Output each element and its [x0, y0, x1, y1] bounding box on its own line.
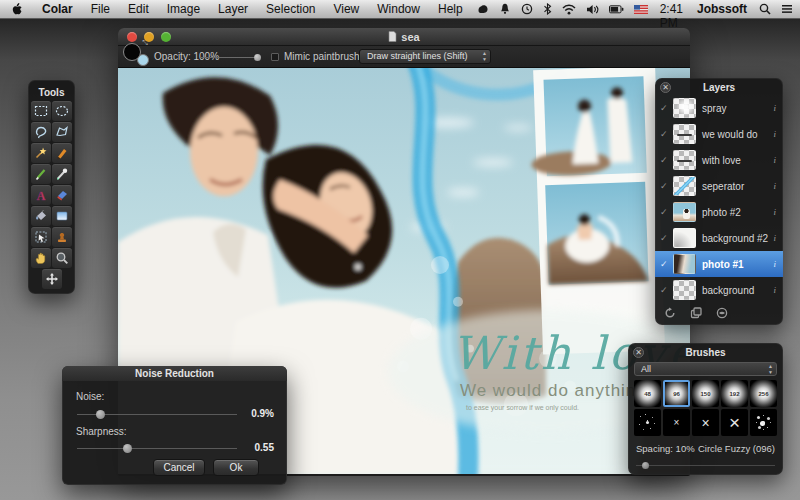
opacity-slider-knob[interactable]	[254, 54, 261, 61]
battery-icon[interactable]	[609, 5, 624, 14]
menu-item-file[interactable]: File	[82, 0, 119, 19]
layer-info-icon[interactable]: i	[773, 155, 776, 165]
brush-cross-large[interactable]: ×	[721, 409, 748, 436]
tool-elliptical-select[interactable]	[52, 101, 72, 121]
layers-close-icon[interactable]: ✕	[660, 82, 671, 93]
bluetooth-icon[interactable]	[543, 3, 552, 15]
layer-options-icon[interactable]	[716, 307, 728, 319]
layer-info-icon[interactable]: i	[773, 233, 776, 243]
sharpness-slider[interactable]	[77, 448, 237, 449]
duplicate-layer-icon[interactable]	[690, 307, 702, 319]
brush-splatter[interactable]	[750, 409, 777, 436]
layer-info-icon[interactable]: i	[773, 207, 776, 217]
menu-item-window[interactable]: Window	[368, 0, 429, 19]
color-well[interactable]: ⤡	[123, 40, 149, 66]
brush-cross-small[interactable]: ×	[663, 409, 690, 436]
tool-hand[interactable]	[31, 248, 51, 268]
tool-polygonal-lasso[interactable]	[52, 122, 72, 142]
layer-info-icon[interactable]: i	[773, 103, 776, 113]
brush-circle-fuzzy-96[interactable]: 96	[663, 380, 690, 407]
tool-zoom[interactable]	[52, 248, 72, 268]
opacity-slider[interactable]	[200, 57, 258, 58]
spotlight-icon[interactable]	[759, 3, 771, 15]
layer-row-spray[interactable]: ✓ spray i	[655, 95, 783, 121]
brush-circle-fuzzy-48[interactable]: 48	[634, 380, 661, 407]
menu-bar-clock[interactable]: Fri 2:41 PM	[660, 0, 683, 30]
bell-icon[interactable]	[499, 3, 511, 15]
notification-center-icon[interactable]	[781, 4, 793, 14]
mimic-fading-checkbox[interactable]	[271, 53, 279, 61]
layer-row-seperator[interactable]: ✓ seperator i	[655, 173, 783, 199]
brush-cross-medium[interactable]: ×	[692, 409, 719, 436]
tool-eraser[interactable]	[52, 185, 72, 205]
layer-info-icon[interactable]: i	[773, 285, 776, 295]
layer-info-icon[interactable]: i	[773, 129, 776, 139]
menu-item-layer[interactable]: Layer	[209, 0, 257, 19]
user-menu[interactable]: Jobssoft	[697, 2, 747, 16]
tool-transform[interactable]	[31, 227, 51, 247]
swap-colors-icon[interactable]: ⤡	[142, 39, 148, 47]
tool-rectangular-select[interactable]	[31, 101, 51, 121]
layer-visibility-checkbox[interactable]: ✓	[660, 259, 670, 269]
cancel-button[interactable]: Cancel	[153, 459, 205, 476]
refresh-layers-icon[interactable]	[664, 307, 676, 319]
sharpness-slider-knob[interactable]	[123, 444, 132, 453]
tool-gradient[interactable]	[52, 206, 72, 226]
layer-row-with-love[interactable]: ✓ with love i	[655, 147, 783, 173]
zoom-window-button[interactable]	[161, 32, 171, 42]
layer-visibility-checkbox[interactable]: ✓	[660, 181, 670, 191]
tool-paint-bucket[interactable]	[31, 206, 51, 226]
brush-circle-fuzzy-256[interactable]: 256	[750, 380, 777, 407]
tool-move[interactable]	[42, 269, 62, 289]
tool-clone-stamp[interactable]	[52, 227, 72, 247]
layer-info-icon[interactable]: i	[773, 181, 776, 191]
menu-item-edit[interactable]: Edit	[119, 0, 158, 19]
layer-visibility-checkbox[interactable]: ✓	[660, 285, 670, 295]
layer-visibility-checkbox[interactable]: ✓	[660, 233, 670, 243]
tool-pencil[interactable]	[52, 143, 72, 163]
layer-visibility-checkbox[interactable]: ✓	[660, 103, 670, 113]
menu-item-help[interactable]: Help	[429, 0, 472, 19]
flag-us-icon[interactable]	[634, 5, 648, 14]
menu-item-selection[interactable]: Selection	[257, 0, 324, 19]
brush-circle-fuzzy-192[interactable]: 192	[721, 380, 748, 407]
layer-visibility-checkbox[interactable]: ✓	[660, 207, 670, 217]
menu-item-colar[interactable]: Colar	[33, 0, 82, 19]
app-blob-icon[interactable]	[477, 3, 489, 15]
layer-info-icon[interactable]: i	[773, 259, 776, 269]
layer-visibility-checkbox[interactable]: ✓	[660, 129, 670, 139]
brush-circle-fuzzy-150[interactable]: 150	[692, 380, 719, 407]
tool-type[interactable]: A	[31, 185, 51, 205]
tool-magic-wand[interactable]	[31, 143, 51, 163]
layer-thumbnail	[673, 280, 696, 300]
paint-mode-select[interactable]: Draw straight lines (Shift) ▲▼	[359, 49, 491, 64]
window-titlebar[interactable]: sea	[118, 28, 690, 46]
tool-paintbrush[interactable]	[31, 164, 51, 184]
hand-icon	[34, 251, 48, 265]
apple-menu[interactable]	[0, 3, 33, 16]
spacing-slider-knob[interactable]	[642, 462, 649, 469]
layer-name: background	[702, 285, 754, 296]
wifi-icon[interactable]	[562, 4, 576, 15]
foreground-color-swatch[interactable]	[123, 43, 141, 61]
ok-button[interactable]: Ok	[213, 459, 259, 476]
brush-filter-select[interactable]: All ▲▼	[634, 362, 777, 376]
layer-row-photo-2[interactable]: ✓ photo #2 i	[655, 199, 783, 225]
noise-slider-knob[interactable]	[96, 410, 105, 419]
menu-item-image[interactable]: Image	[158, 0, 209, 19]
layer-row-background-2[interactable]: ✓ background #2 i	[655, 225, 783, 251]
layer-row-background[interactable]: ✓ background i	[655, 277, 783, 303]
spacing-slider-track[interactable]	[636, 465, 775, 466]
layer-visibility-checkbox[interactable]: ✓	[660, 155, 670, 165]
brushes-close-icon[interactable]: ✕	[633, 347, 644, 358]
volume-icon[interactable]	[586, 4, 599, 15]
spacing-slider[interactable]	[636, 462, 775, 469]
noise-slider[interactable]	[77, 414, 237, 415]
tool-eyedropper[interactable]	[52, 164, 72, 184]
layer-row-we-would-do[interactable]: ✓ we would do i	[655, 121, 783, 147]
menu-item-view[interactable]: View	[324, 0, 368, 19]
tool-lasso[interactable]	[31, 122, 51, 142]
layer-row-photo-1[interactable]: ✓ photo #1 i	[655, 251, 783, 277]
clock-icon[interactable]	[521, 3, 533, 15]
brush-scattered-strokes[interactable]	[634, 409, 661, 436]
